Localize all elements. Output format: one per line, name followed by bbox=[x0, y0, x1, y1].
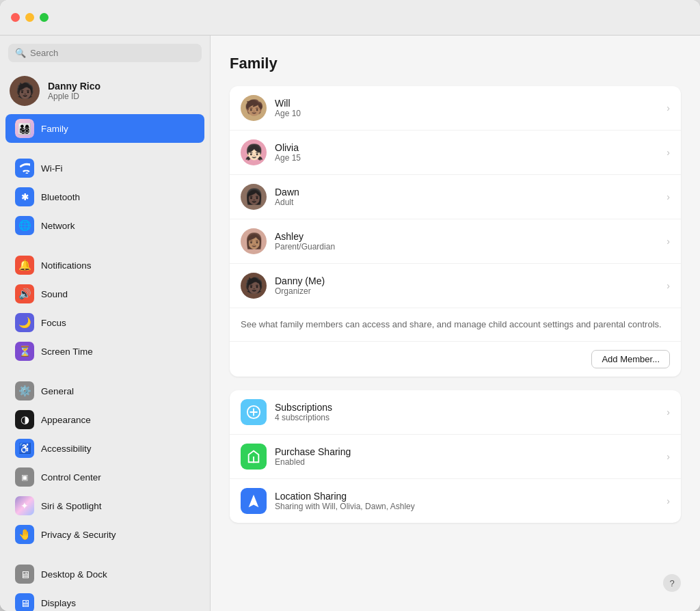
screentime-icon: ⏳ bbox=[15, 342, 34, 361]
chevron-icon: › bbox=[667, 103, 670, 113]
general-icon: ⚙️ bbox=[15, 381, 34, 400]
chevron-icon: › bbox=[667, 495, 670, 506]
sidebar-item-label: Siri & Spotlight bbox=[41, 501, 102, 511]
family-icon: 👨‍👩‍👧‍👦 bbox=[15, 119, 34, 138]
sidebar-item-siri[interactable]: ✦ Siri & Spotlight bbox=[5, 491, 204, 520]
member-name-olivia: Olivia bbox=[275, 142, 658, 153]
member-row-ashley[interactable]: 👩🏽 Ashley Parent/Guardian › bbox=[230, 219, 681, 264]
sidebar-item-appearance[interactable]: ◑ Appearance bbox=[5, 405, 204, 434]
sidebar-item-displays[interactable]: 🖥 Displays bbox=[5, 588, 204, 611]
system-settings-window: 🔍 🧑🏿 Danny Rico Apple ID 👨‍👩‍👧‍👦 bbox=[0, 0, 700, 611]
sidebar-item-network[interactable]: 🌐 Network bbox=[5, 211, 204, 240]
service-info-subscriptions: Subscriptions 4 subscriptions bbox=[275, 402, 658, 422]
member-info-ashley: Ashley Parent/Guardian bbox=[275, 231, 658, 252]
search-icon: 🔍 bbox=[15, 48, 26, 58]
search-box[interactable]: 🔍 bbox=[8, 44, 202, 62]
maximize-button[interactable] bbox=[40, 13, 49, 22]
member-role-dawn: Adult bbox=[275, 198, 658, 207]
help-button[interactable]: ? bbox=[663, 574, 681, 592]
service-sub-subscriptions: 4 subscriptions bbox=[275, 413, 658, 422]
sidebar-item-label: Accessibility bbox=[41, 444, 92, 454]
sidebar-item-focus[interactable]: 🌙 Focus bbox=[5, 308, 204, 337]
sidebar-item-notifications[interactable]: 🔔 Notifications bbox=[5, 251, 204, 280]
member-row-olivia[interactable]: 👧🏻 Olivia Age 15 › bbox=[230, 131, 681, 175]
sidebar-item-label: General bbox=[41, 386, 74, 396]
notifications-icon: 🔔 bbox=[15, 256, 34, 275]
sidebar-item-privacy[interactable]: 🤚 Privacy & Security bbox=[5, 520, 204, 549]
sidebar-item-family[interactable]: 👨‍👩‍👧‍👦 Family bbox=[5, 114, 204, 143]
sidebar-item-screentime[interactable]: ⏳ Screen Time bbox=[5, 337, 204, 366]
member-row-danny[interactable]: 🧑🏿 Danny (Me) Organizer › bbox=[230, 264, 681, 308]
chevron-icon: › bbox=[667, 147, 670, 158]
sidebar-item-label: Notifications bbox=[41, 260, 92, 271]
siri-icon: ✦ bbox=[15, 496, 34, 515]
member-info-danny: Danny (Me) Organizer bbox=[275, 275, 658, 296]
network-icon: 🌐 bbox=[15, 216, 34, 235]
service-name-purchase: Purchase Sharing bbox=[275, 446, 658, 457]
close-button[interactable] bbox=[11, 13, 20, 22]
member-role-will: Age 10 bbox=[275, 109, 658, 118]
desktop-icon: 🖥 bbox=[15, 565, 34, 584]
sidebar-item-label: Privacy & Security bbox=[41, 530, 116, 540]
member-avatar-danny: 🧑🏿 bbox=[241, 273, 267, 299]
sidebar-item-label: Appearance bbox=[41, 415, 91, 425]
member-info-olivia: Olivia Age 15 bbox=[275, 142, 658, 163]
service-name-subscriptions: Subscriptions bbox=[275, 402, 658, 413]
member-role-ashley: Parent/Guardian bbox=[275, 242, 658, 252]
sidebar-item-controlcenter[interactable]: ▣ Control Center bbox=[5, 463, 204, 491]
member-row-dawn[interactable]: 👩🏿 Dawn Adult › bbox=[230, 175, 681, 219]
minimize-button[interactable] bbox=[25, 13, 34, 22]
sidebar-item-label: Screen Time bbox=[41, 347, 93, 357]
chevron-icon: › bbox=[667, 407, 670, 418]
controlcenter-icon: ▣ bbox=[15, 467, 34, 487]
service-row-subscriptions[interactable]: Subscriptions 4 subscriptions › bbox=[230, 390, 681, 435]
sidebar-item-label: Wi-Fi bbox=[41, 163, 62, 174]
member-name-dawn: Dawn bbox=[275, 187, 658, 198]
sidebar-item-label: Focus bbox=[41, 318, 66, 328]
sidebar-item-label: Desktop & Dock bbox=[41, 569, 107, 580]
traffic-lights bbox=[11, 13, 49, 22]
service-row-purchase[interactable]: Purchase Sharing Enabled › bbox=[230, 435, 681, 479]
avatar: 🧑🏿 bbox=[10, 76, 40, 106]
sidebar-item-bluetooth[interactable]: ✱ Bluetooth bbox=[5, 182, 204, 211]
sidebar-item-desktop[interactable]: 🖥 Desktop & Dock bbox=[5, 560, 204, 588]
member-role-danny: Organizer bbox=[275, 286, 658, 296]
family-members-card: 🧒🏽 Will Age 10 › 👧🏻 Olivia Age 15 › bbox=[230, 86, 681, 377]
sidebar-item-label: Control Center bbox=[41, 472, 101, 483]
user-name: Danny Rico bbox=[48, 81, 100, 92]
subscriptions-icon bbox=[241, 399, 267, 425]
sidebar-item-accessibility[interactable]: ♿ Accessibility bbox=[5, 434, 204, 463]
purchase-icon bbox=[241, 444, 267, 470]
search-input[interactable] bbox=[30, 48, 195, 58]
member-avatar-olivia: 👧🏻 bbox=[241, 139, 267, 165]
sidebar: 🔍 🧑🏿 Danny Rico Apple ID 👨‍👩‍👧‍👦 bbox=[0, 36, 211, 611]
sidebar-item-general[interactable]: ⚙️ General bbox=[5, 377, 204, 405]
page-title: Family bbox=[230, 55, 681, 72]
privacy-icon: 🤚 bbox=[15, 525, 34, 544]
chevron-icon: › bbox=[667, 451, 670, 462]
member-info-dawn: Dawn Adult bbox=[275, 187, 658, 207]
add-member-button[interactable]: Add Member... bbox=[591, 350, 670, 368]
member-name-ashley: Ashley bbox=[275, 231, 658, 242]
service-info-location: Location Sharing Sharing with Will, Oliv… bbox=[275, 491, 658, 511]
member-role-olivia: Age 15 bbox=[275, 153, 658, 163]
sidebar-item-label: Bluetooth bbox=[41, 192, 80, 202]
sound-icon: 🔊 bbox=[15, 284, 34, 303]
sidebar-item-label: Network bbox=[41, 221, 75, 231]
member-row-will[interactable]: 🧒🏽 Will Age 10 › bbox=[230, 86, 681, 131]
member-info-will: Will Age 10 bbox=[275, 98, 658, 118]
member-avatar-will: 🧒🏽 bbox=[241, 95, 267, 121]
user-profile[interactable]: 🧑🏿 Danny Rico Apple ID bbox=[0, 70, 210, 114]
family-info-text: See what family members can access and s… bbox=[230, 308, 681, 341]
member-name-danny: Danny (Me) bbox=[275, 275, 658, 286]
displays-icon: 🖥 bbox=[15, 593, 34, 611]
appearance-icon: ◑ bbox=[15, 410, 34, 429]
service-row-location[interactable]: Location Sharing Sharing with Will, Oliv… bbox=[230, 479, 681, 523]
user-subtitle: Apple ID bbox=[48, 92, 100, 101]
sidebar-item-wifi[interactable]: Wi-Fi bbox=[5, 154, 204, 182]
user-info: Danny Rico Apple ID bbox=[48, 81, 100, 101]
service-sub-location: Sharing with Will, Olivia, Dawn, Ashley bbox=[275, 502, 658, 511]
titlebar bbox=[0, 0, 700, 36]
window-content: 🔍 🧑🏿 Danny Rico Apple ID 👨‍👩‍👧‍👦 bbox=[0, 36, 700, 611]
sidebar-item-sound[interactable]: 🔊 Sound bbox=[5, 280, 204, 308]
